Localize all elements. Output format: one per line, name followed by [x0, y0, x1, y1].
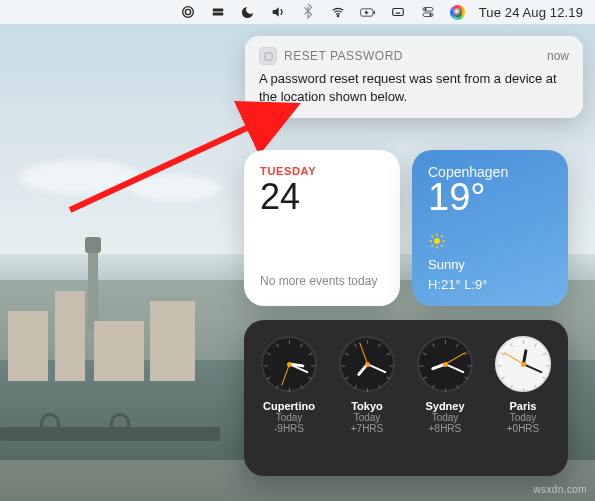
- weather-condition: Sunny: [428, 257, 465, 272]
- svg-point-0: [182, 7, 193, 18]
- sun-icon: [428, 232, 446, 250]
- clock-city: Sydney: [425, 400, 464, 412]
- disk-icon[interactable]: [210, 4, 226, 20]
- clock-offset: +8HRS: [429, 423, 462, 434]
- calendar-day-number: 24: [260, 177, 384, 217]
- siri-icon[interactable]: [450, 5, 465, 20]
- world-clock-widget[interactable]: Cupertino Today -9HRS Tokyo Today +7HRS …: [244, 320, 568, 476]
- clock-day: Today: [510, 412, 537, 423]
- do-not-disturb-icon[interactable]: [240, 4, 256, 20]
- volume-icon[interactable]: [270, 4, 286, 20]
- svg-point-4: [337, 15, 338, 16]
- clock-day: Today: [276, 412, 303, 423]
- bluetooth-off-icon[interactable]: [300, 4, 316, 20]
- svg-point-9: [424, 8, 426, 10]
- clock-city: Tokyo: [351, 400, 383, 412]
- creative-cloud-icon[interactable]: [180, 4, 196, 20]
- clock-item: Paris Today +0HRS: [487, 336, 559, 434]
- clock-item: Cupertino Today -9HRS: [253, 336, 325, 434]
- weather-temperature: 19°: [428, 178, 552, 218]
- menubar: Tue 24 Aug 12.19: [0, 0, 595, 24]
- clock-city: Paris: [510, 400, 537, 412]
- clock-offset: +7HRS: [351, 423, 384, 434]
- calendar-widget[interactable]: TUESDAY 24 No more events today: [244, 150, 400, 306]
- svg-rect-6: [373, 10, 374, 13]
- keyboard-input-icon[interactable]: [390, 4, 406, 20]
- clock-offset: -9HRS: [274, 423, 304, 434]
- clock-offset: +0HRS: [507, 423, 540, 434]
- clock-face-icon: [339, 336, 395, 392]
- notification-time: now: [547, 49, 569, 63]
- notification-banner[interactable]: RESET PASSWORD now A password reset requ…: [245, 36, 583, 118]
- watermark: wsxdn.com: [533, 484, 587, 495]
- clock-item: Sydney Today +8HRS: [409, 336, 481, 434]
- svg-line-21: [431, 245, 433, 247]
- svg-line-19: [431, 235, 433, 237]
- svg-rect-2: [213, 9, 224, 12]
- clock-face-icon: [495, 336, 551, 392]
- svg-rect-7: [393, 9, 404, 16]
- notification-body: A password reset request was sent from a…: [259, 70, 569, 105]
- battery-icon[interactable]: [360, 4, 376, 20]
- control-center-icon[interactable]: [420, 4, 436, 20]
- svg-point-1: [185, 9, 190, 14]
- svg-rect-3: [213, 13, 224, 16]
- svg-line-22: [441, 235, 443, 237]
- wifi-icon[interactable]: [330, 4, 346, 20]
- calendar-events-label: No more events today: [260, 274, 377, 288]
- svg-line-20: [441, 245, 443, 247]
- clock-face-icon: [417, 336, 473, 392]
- svg-point-14: [434, 238, 440, 244]
- weather-hi-lo: H:21° L:9°: [428, 277, 488, 292]
- clock-item: Tokyo Today +7HRS: [331, 336, 403, 434]
- clock-day: Today: [432, 412, 459, 423]
- svg-rect-12: [264, 52, 271, 59]
- weather-widget[interactable]: Copenhagen 19° Sunny H:21° L:9°: [412, 150, 568, 306]
- svg-point-11: [429, 14, 431, 16]
- weather-city: Copenhagen: [428, 164, 552, 180]
- notification-app-name: RESET PASSWORD: [284, 49, 540, 63]
- clock-day: Today: [354, 412, 381, 423]
- clock-city: Cupertino: [263, 400, 315, 412]
- clock-face-icon: [261, 336, 317, 392]
- notification-app-icon: [259, 47, 277, 65]
- menubar-datetime[interactable]: Tue 24 Aug 12.19: [479, 5, 583, 20]
